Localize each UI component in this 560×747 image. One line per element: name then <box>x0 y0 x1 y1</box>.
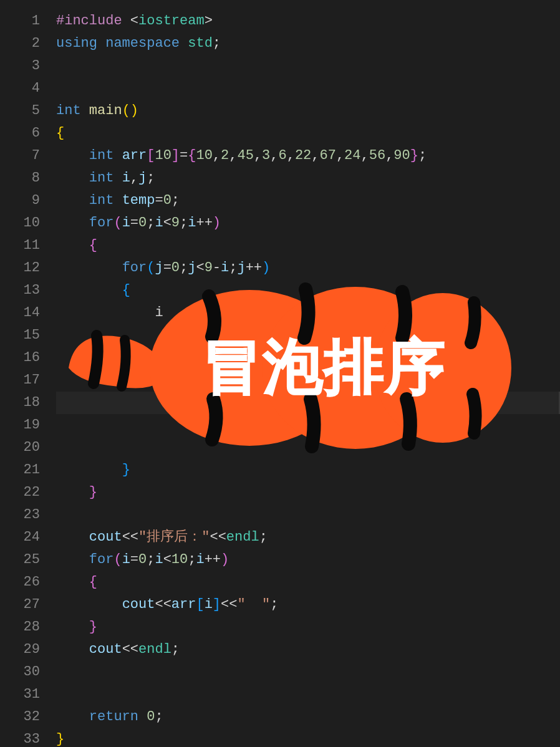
token-op <box>113 193 122 208</box>
token-op <box>138 709 147 725</box>
code-line[interactable]: return 0; <box>56 706 560 728</box>
token-ig <box>56 619 89 635</box>
token-ig <box>56 597 89 612</box>
token-kw: int <box>56 103 81 118</box>
token-op: , <box>254 148 262 163</box>
token-var: i <box>196 552 204 567</box>
code-line[interactable] <box>56 414 560 436</box>
token-br2: } <box>89 484 97 500</box>
code-line[interactable] <box>56 77 560 100</box>
token-var: j <box>138 170 147 186</box>
code-line[interactable]: int arr[10]={10,2,45,3,6,22,67,24,56,90}… <box>56 145 560 167</box>
token-br2: ) <box>221 552 229 567</box>
code-editor[interactable]: 1234567891011121314151617181920212223242… <box>0 0 560 747</box>
token-var: i <box>122 215 130 231</box>
token-op: ; <box>259 529 268 545</box>
token-num: 0 <box>138 215 147 231</box>
code-line[interactable]: i [j] [j+1]) <box>56 302 560 324</box>
token-op: ; <box>188 552 196 567</box>
line-number: 1 <box>0 10 56 32</box>
token-op: ; <box>213 36 221 51</box>
code-line[interactable] <box>56 504 560 526</box>
code-line[interactable]: cout<<endl; <box>56 639 560 661</box>
code-line[interactable]: { <box>56 571 560 594</box>
code-line[interactable]: int temp=0; <box>56 190 560 212</box>
code-line[interactable]: { <box>56 234 560 257</box>
token-num: 24 <box>344 148 360 163</box>
token-str: "排序后： <box>138 529 201 545</box>
token-op: < <box>163 215 171 231</box>
token-op: = <box>130 552 138 567</box>
code-line[interactable]: using namespace std; <box>56 32 560 55</box>
code-line[interactable] <box>56 392 560 414</box>
code-line[interactable]: { <box>56 279 560 302</box>
token-op: , <box>229 148 237 163</box>
token-num: 0 <box>138 552 147 567</box>
code-line[interactable]: } <box>56 616 560 639</box>
token-ig <box>56 440 89 455</box>
line-number: 11 <box>0 234 56 257</box>
line-number: 32 <box>0 706 56 728</box>
line-number: 17 <box>0 369 56 392</box>
code-line[interactable] <box>56 55 560 77</box>
token-num: 45 <box>237 148 253 163</box>
code-line[interactable] <box>56 324 560 347</box>
token-op <box>122 13 130 29</box>
token-kw: int <box>89 193 114 208</box>
token-ig <box>56 193 89 208</box>
token-op <box>113 148 122 163</box>
line-number: 15 <box>0 324 56 347</box>
code-area[interactable]: #include <iostream>using namespace std;i… <box>56 0 560 747</box>
token-ig <box>89 260 122 276</box>
code-line[interactable]: for(j=0;j<9-i;j++) <box>56 257 560 279</box>
code-line[interactable]: for(i=0;i<9;i++) <box>56 212 560 234</box>
code-line[interactable] <box>56 347 560 369</box>
token-var: i <box>188 215 196 231</box>
token-br2: ( <box>113 552 122 567</box>
code-line[interactable]: for(i=0;i<10;i++) <box>56 549 560 571</box>
code-line[interactable]: { <box>56 122 560 145</box>
code-line[interactable] <box>56 683 560 706</box>
token-op: < <box>196 260 204 276</box>
line-number: 31 <box>0 683 56 706</box>
token-num: 56 <box>369 148 385 163</box>
code-line[interactable]: int i,j; <box>56 167 560 190</box>
token-op: ++ <box>205 552 221 567</box>
token-op: , <box>361 148 369 163</box>
code-line[interactable]: cout<<"排序后："<<endl; <box>56 526 560 549</box>
code-line[interactable] <box>56 436 560 459</box>
code-line[interactable]: #include <iostream> <box>56 10 560 32</box>
token-op: , <box>213 148 221 163</box>
code-line[interactable] <box>56 661 560 683</box>
line-number: 23 <box>0 504 56 526</box>
code-line[interactable]: } <box>56 459 560 481</box>
line-number: 3 <box>0 55 56 77</box>
token-ig <box>56 552 89 567</box>
token-br2: { <box>188 148 196 163</box>
token-br1: ] <box>205 305 213 320</box>
token-op: , <box>311 148 319 163</box>
token-ig <box>56 260 89 276</box>
code-line[interactable]: } <box>56 728 560 747</box>
token-br1: ) <box>130 103 138 118</box>
code-line[interactable]: cout<<arr[i]<<" "; <box>56 594 560 616</box>
token-br2: } <box>410 148 418 163</box>
token-op: = <box>130 215 138 231</box>
token-ty: iostream <box>138 13 205 29</box>
code-line[interactable]: } <box>56 481 560 504</box>
token-op: ; <box>171 193 180 208</box>
token-ig <box>56 305 89 320</box>
token-br2: ) <box>213 215 221 231</box>
token-var: cout <box>89 642 122 657</box>
line-number: 28 <box>0 616 56 639</box>
token-op <box>97 36 105 51</box>
line-number: 9 <box>0 190 56 212</box>
line-number: 21 <box>0 459 56 481</box>
code-line[interactable] <box>56 369 560 392</box>
line-number: 26 <box>0 571 56 594</box>
line-number: 33 <box>0 728 56 747</box>
token-op: , <box>385 148 393 163</box>
token-var: i <box>221 260 229 276</box>
token-br3: { <box>122 282 130 298</box>
code-line[interactable]: int main() <box>56 100 560 122</box>
